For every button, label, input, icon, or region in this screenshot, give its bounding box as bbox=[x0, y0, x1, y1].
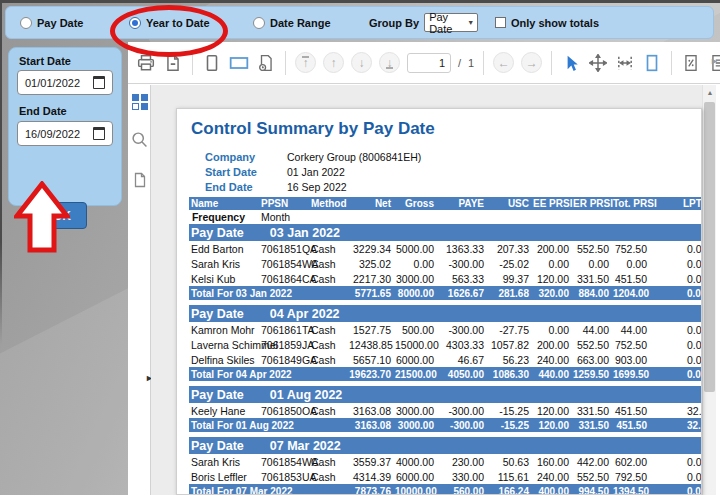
toolbar-separator bbox=[671, 51, 672, 75]
report-table: NamePPSNMethodNetGrossPAYEUSCEE PRSIER P… bbox=[189, 197, 702, 495]
report-title: Control Summary by Pay Date bbox=[191, 119, 435, 139]
report-cell: 1699.50 bbox=[611, 367, 649, 381]
radio-button-icon[interactable] bbox=[20, 17, 32, 29]
report-cell: Keely Hane bbox=[189, 403, 259, 418]
report-cell: Total For 03 Jan 2022 bbox=[189, 286, 347, 300]
radio-pay-date[interactable]: Pay Date bbox=[20, 7, 83, 38]
document-outline-icon[interactable] bbox=[131, 171, 148, 188]
report-cell: PPSN bbox=[259, 197, 309, 210]
pay-date-band-date: 01 Aug 2022 bbox=[270, 388, 343, 402]
report-cell: Boris Leffler bbox=[189, 469, 259, 484]
report-cell: 115.61 bbox=[486, 469, 531, 484]
report-cell: 200.00 bbox=[531, 241, 571, 256]
report-cell: Cash bbox=[309, 337, 347, 352]
back-icon[interactable]: ← bbox=[493, 52, 514, 73]
group-by-select[interactable]: Pay Date ▼ bbox=[424, 13, 478, 32]
report-end-date-label: End Date bbox=[177, 181, 287, 193]
radio-button-icon-checked[interactable] bbox=[129, 17, 141, 29]
single-page-icon[interactable] bbox=[642, 53, 662, 73]
radio-year-to-date[interactable]: Year to Date bbox=[129, 7, 210, 38]
print-icon[interactable] bbox=[136, 53, 156, 73]
ok-button[interactable]: OK bbox=[37, 202, 87, 229]
checkbox-icon[interactable] bbox=[495, 17, 506, 28]
landscape-view-icon[interactable] bbox=[229, 53, 249, 73]
report-cell: 207.33 bbox=[486, 241, 531, 256]
report-cell: 1527.75 bbox=[347, 322, 393, 337]
only-show-totals[interactable]: Only show totals bbox=[495, 7, 599, 38]
report-cell: 0.00 bbox=[649, 337, 702, 352]
group-by: Group By Pay Date ▼ bbox=[369, 7, 478, 38]
report-cell: -300.00 bbox=[436, 322, 486, 337]
pan-icon[interactable] bbox=[588, 53, 608, 73]
toolbar-separator bbox=[551, 51, 552, 75]
report-cell: 0.00 bbox=[531, 322, 571, 337]
start-date-input[interactable]: 01/01/2022 bbox=[17, 70, 113, 95]
report-cell: 5771.65 bbox=[347, 286, 393, 300]
report-cell: 32.1 bbox=[649, 403, 702, 418]
radio-button-icon[interactable] bbox=[253, 17, 265, 29]
report-cell: 400.00 bbox=[531, 484, 571, 495]
viewer-side-strip: ► bbox=[128, 85, 151, 495]
scroll-up-icon[interactable]: ▲ bbox=[703, 85, 717, 100]
end-date-value: 16/09/2022 bbox=[25, 128, 80, 140]
end-date-label: End Date bbox=[19, 105, 67, 117]
report-cell: 442.00 bbox=[571, 454, 611, 469]
page-setup-icon[interactable] bbox=[256, 53, 276, 73]
report-cell: 240.00 bbox=[531, 352, 571, 367]
vertical-scrollbar[interactable]: ▲ bbox=[702, 85, 716, 495]
thumbnails-icon[interactable] bbox=[131, 93, 148, 110]
report-cell: Cash bbox=[309, 322, 347, 337]
search-icon[interactable] bbox=[131, 131, 148, 148]
filter-bar: Pay Date Year to Date Date Range Group B… bbox=[5, 6, 714, 39]
forward-icon[interactable]: → bbox=[521, 52, 542, 73]
previous-page-icon[interactable]: ↑ bbox=[323, 52, 344, 73]
report-cell: Frequency bbox=[189, 210, 259, 224]
calendar-icon[interactable] bbox=[93, 127, 105, 140]
fit-width-icon[interactable] bbox=[615, 53, 635, 73]
toolbar-overflow-icon[interactable]: ► bbox=[710, 56, 719, 66]
scrollbar-thumb[interactable] bbox=[704, 102, 715, 392]
next-page-icon[interactable]: ↓ bbox=[351, 52, 372, 73]
toolbar-separator bbox=[285, 51, 286, 75]
total-row: Total For 01 Aug 20223163.083000.00-300.… bbox=[189, 418, 702, 432]
first-page-icon[interactable]: ↑ bbox=[295, 52, 316, 73]
calendar-icon[interactable] bbox=[93, 76, 105, 89]
report-cell: 7061854WA bbox=[259, 256, 309, 271]
report-cell: 7061850OA bbox=[259, 403, 309, 418]
group-by-label: Group By bbox=[369, 17, 419, 29]
report-row: Laverna Schimmel7061859JACash12438.85150… bbox=[189, 337, 702, 352]
report-cell: Month bbox=[259, 210, 309, 224]
export-icon[interactable] bbox=[163, 53, 183, 73]
report-cell: Cash bbox=[309, 352, 347, 367]
report-cell: 440.00 bbox=[531, 367, 571, 381]
zoom-page-icon[interactable] bbox=[681, 53, 701, 73]
report-cell: 1394.50 bbox=[611, 484, 649, 495]
report-cell: 7061861TA bbox=[259, 322, 309, 337]
report-cell: 200.00 bbox=[531, 337, 571, 352]
report-cell: 7061853UA bbox=[259, 469, 309, 484]
report-row: Boris Leffler7061853UACash4314.396000.00… bbox=[189, 469, 702, 484]
report-cell: 1363.33 bbox=[436, 241, 486, 256]
radio-date-range[interactable]: Date Range bbox=[253, 7, 331, 38]
report-cell: 240.00 bbox=[531, 469, 571, 484]
portrait-view-icon[interactable] bbox=[202, 53, 222, 73]
frequency-row: FrequencyMonth bbox=[189, 210, 702, 224]
report-cell: 7061849GA bbox=[259, 352, 309, 367]
report-cell: 6000.00 bbox=[393, 469, 436, 484]
last-page-icon[interactable]: ↓ bbox=[379, 52, 400, 73]
end-date-input[interactable]: 16/09/2022 bbox=[17, 121, 113, 146]
report-cell: Total For 04 Apr 2022 bbox=[189, 367, 347, 381]
report-cell: 4000.00 bbox=[393, 454, 436, 469]
report-cell: Name bbox=[189, 197, 259, 210]
report-cell: 44.00 bbox=[571, 322, 611, 337]
report-cell: Sarah Kris bbox=[189, 256, 259, 271]
company-value: Corkery Group (8006841EH) bbox=[287, 151, 421, 163]
report-cell: 330.00 bbox=[436, 469, 486, 484]
select-cursor-icon[interactable] bbox=[561, 53, 581, 73]
report-cell: 7873.76 bbox=[347, 484, 393, 495]
pay-date-band-date: 04 Apr 2022 bbox=[270, 307, 340, 321]
report-cell: 230.00 bbox=[436, 454, 486, 469]
report-meta: Company Corkery Group (8006841EH) Start … bbox=[177, 149, 577, 194]
page-number-input[interactable] bbox=[407, 53, 451, 73]
report-cell: 1259.50 bbox=[571, 367, 611, 381]
